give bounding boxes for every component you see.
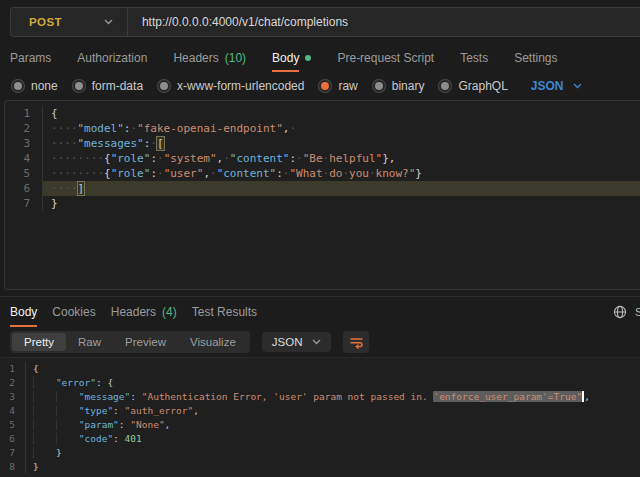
tab-authorization[interactable]: Authorization	[77, 44, 147, 72]
response-toolbar: Pretty Raw Preview Visualize JSON	[0, 327, 640, 357]
line-number: 7	[0, 446, 26, 460]
code-line: 8}	[0, 460, 640, 474]
body-modified-dot	[305, 55, 311, 61]
line-number: 3	[0, 390, 26, 404]
radio-x-www-form-urlencoded[interactable]: x-www-form-urlencoded	[158, 79, 304, 93]
radio-form-data[interactable]: form-data	[73, 79, 143, 93]
tab-tests[interactable]: Tests	[460, 44, 488, 72]
response-body-editor-container: 1{2 "error": {3 "message": "Authenticati…	[0, 357, 640, 477]
radio-raw[interactable]: raw	[319, 79, 357, 93]
radio-none[interactable]: none	[12, 79, 58, 93]
view-preview-button[interactable]: Preview	[113, 333, 178, 351]
line-number: 2	[0, 376, 26, 390]
line-number: 4	[5, 151, 43, 166]
response-format-selector[interactable]: JSON	[262, 332, 332, 352]
code-line: 4········{"role":·"system",·"content":·"…	[5, 151, 640, 166]
line-number: 1	[5, 106, 43, 121]
request-body-editor-container: 1{2····"model":·"fake-openai-endpoint",·…	[4, 100, 640, 290]
response-meta: S	[613, 297, 640, 327]
code-line: 2 "error": {	[0, 376, 640, 390]
request-tabs: Params Authorization Headers(10) Body Pr…	[0, 44, 640, 72]
headers-count-badge: (10)	[225, 51, 246, 65]
view-visualize-button[interactable]: Visualize	[178, 333, 248, 351]
radio-circle	[73, 80, 85, 92]
code-line: 1{	[0, 362, 640, 376]
chevron-down-icon	[312, 339, 321, 345]
body-format-selector[interactable]: JSON	[531, 79, 582, 93]
response-tab-test-results[interactable]: Test Results	[192, 297, 257, 327]
line-number: 4	[0, 404, 26, 418]
request-body-editor[interactable]: 1{2····"model":·"fake-openai-endpoint",·…	[5, 106, 640, 211]
line-number: 5	[0, 418, 26, 432]
globe-icon	[613, 305, 627, 319]
code-line: 3····"messages":·[	[5, 136, 640, 151]
chevron-down-icon	[104, 19, 113, 25]
response-section: Body Cookies Headers(4) Test Results S P…	[0, 296, 640, 477]
line-number: 5	[5, 166, 43, 181]
body-type-row: none form-data x-www-form-urlencoded raw…	[0, 72, 640, 100]
response-headers-count-badge: (4)	[162, 305, 177, 319]
response-tab-cookies[interactable]: Cookies	[52, 297, 95, 327]
code-line: 2····"model":·"fake-openai-endpoint",·	[5, 121, 640, 136]
tab-settings[interactable]: Settings	[514, 44, 557, 72]
tab-headers[interactable]: Headers(10)	[173, 44, 246, 72]
radio-circle	[158, 80, 170, 92]
code-line: 6····]	[5, 181, 640, 196]
request-url-bar: POST http://0.0.0.0:4000/v1/chat/complet…	[10, 7, 640, 37]
code-line: 7 }	[0, 446, 640, 460]
status-text-clipped: S	[635, 306, 640, 318]
response-tab-headers[interactable]: Headers(4)	[111, 297, 177, 327]
view-pretty-button[interactable]: Pretty	[12, 333, 66, 351]
response-view-switcher: Pretty Raw Preview Visualize	[10, 331, 250, 353]
radio-circle	[439, 80, 451, 92]
url-input[interactable]: http://0.0.0.0:4000/v1/chat/completions	[128, 15, 348, 29]
response-body-editor[interactable]: 1{2 "error": {3 "message": "Authenticati…	[0, 362, 640, 474]
request-url-strip: POST http://0.0.0.0:4000/v1/chat/complet…	[0, 0, 640, 44]
line-number: 8	[0, 460, 26, 474]
code-line: 7}	[5, 196, 640, 211]
code-line: 6 "code": 401	[0, 432, 640, 446]
wrap-text-button[interactable]	[343, 331, 369, 353]
radio-circle-selected	[319, 80, 331, 92]
method-selector[interactable]: POST	[11, 8, 127, 36]
tab-params[interactable]: Params	[10, 44, 51, 72]
radio-graphql[interactable]: GraphQL	[439, 79, 507, 93]
chevron-down-icon	[573, 83, 582, 89]
tab-pre-request-script[interactable]: Pre-request Script	[337, 44, 434, 72]
radio-circle	[12, 80, 24, 92]
line-number: 2	[5, 121, 43, 136]
radio-circle	[373, 80, 385, 92]
response-tab-body[interactable]: Body	[10, 297, 37, 327]
line-number: 6	[5, 181, 43, 196]
code-line: 5········{"role":·"user",·"content":·"Wh…	[5, 166, 640, 181]
code-line: 3 "message": "Authentication Error, 'use…	[0, 390, 640, 404]
line-number: 1	[0, 362, 26, 376]
tab-body[interactable]: Body	[272, 44, 311, 72]
method-label: POST	[29, 16, 62, 28]
response-tabs: Body Cookies Headers(4) Test Results S	[0, 297, 640, 327]
code-line: 5 "param": "None",	[0, 418, 640, 432]
line-number: 6	[0, 432, 26, 446]
line-number: 3	[5, 136, 43, 151]
radio-binary[interactable]: binary	[373, 79, 425, 93]
line-number: 7	[5, 196, 43, 211]
wrap-text-icon	[349, 336, 364, 349]
view-raw-button[interactable]: Raw	[66, 333, 113, 351]
code-line: 4 "type": "auth_error",	[0, 404, 640, 418]
code-line: 1{	[5, 106, 640, 121]
